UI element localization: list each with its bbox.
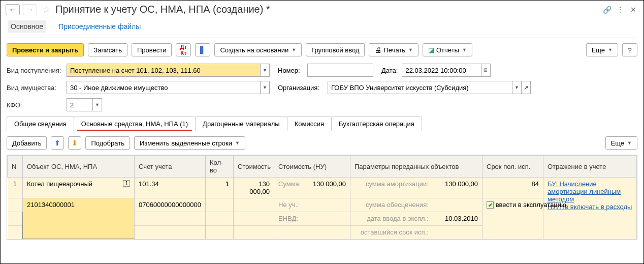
col-life[interactable]: Срок пол. исп.: [482, 156, 543, 178]
number-input[interactable]: [307, 64, 373, 77]
receipt-type-select[interactable]: Поступление на счет 101, 102, 103, 111.6…: [67, 64, 270, 77]
close-icon[interactable]: ✕: [628, 5, 638, 15]
chevron-down-icon[interactable]: ▼: [512, 81, 521, 94]
cell-param-amort[interactable]: сумма амортизации: 130 000,00: [350, 178, 482, 198]
cell-nu-sum[interactable]: Сумма: 130 000,00: [274, 178, 350, 198]
org-select[interactable]: ГОБУ ВПО Университет искусств (Субсидия)…: [328, 81, 531, 94]
more-vertical-icon[interactable]: ⋮: [615, 5, 625, 15]
cell-account[interactable]: 101.34: [135, 178, 206, 198]
cell-cost[interactable]: 130 000,00: [234, 178, 274, 198]
print-button[interactable]: 🖨Печать▼: [369, 43, 418, 56]
property-type-select[interactable]: 30 - Иное движимое имущество ▼: [67, 81, 270, 94]
col-qty[interactable]: Кол-во: [206, 156, 234, 178]
receipt-type-value: Поступление на счет 101, 102, 103, 111.6…: [67, 64, 260, 76]
nav-back-button[interactable]: ←: [6, 4, 20, 15]
cell-life[interactable]: 84: [482, 178, 543, 198]
property-type-label: Вид имущества:: [7, 84, 62, 92]
print-label: Печать: [383, 46, 405, 54]
col-cost[interactable]: Стоимость: [234, 156, 274, 178]
tab-assets[interactable]: Основные средства, НМА, НПА (1): [74, 116, 196, 131]
number-label: Номер:: [278, 67, 303, 74]
save-button[interactable]: Записать: [88, 43, 127, 56]
param-remain-label: оставшийся срок исп.:: [355, 228, 429, 236]
nu-excl-label: Не уч.:: [278, 201, 299, 209]
favorite-star-icon[interactable]: ☆: [42, 4, 50, 15]
property-type-value: 30 - Иное движимое имущество: [67, 81, 260, 94]
cell-account2[interactable]: 07060000000000000: [135, 198, 206, 212]
edit-selected-rows-button[interactable]: Изменить выделенные строки▼: [134, 136, 245, 150]
col-cost-nu[interactable]: Стоимость (НУ): [274, 156, 350, 178]
report-icon: ◪: [428, 46, 434, 54]
chevron-down-icon[interactable]: ▼: [260, 64, 269, 76]
object-name: Котел пищеварочный: [27, 180, 92, 188]
nu-sum-label: Сумма:: [278, 180, 301, 188]
chevron-down-icon[interactable]: ▼: [260, 81, 269, 94]
col-object[interactable]: Объект ОС, НМА, НПА: [23, 156, 135, 178]
commission-check-label: ввести в эксплуатацию: [496, 201, 566, 209]
table-more-button[interactable]: Еще▼: [605, 136, 637, 150]
date-label: Дата:: [381, 67, 398, 74]
org-label: Организация:: [278, 84, 324, 92]
link-icon[interactable]: 🔗: [602, 5, 612, 15]
edit-rows-label: Изменить выделенные строки: [140, 139, 232, 147]
nu-envd-label: ЕНВД:: [278, 215, 298, 222]
tab-precious[interactable]: Драгоценные материалы: [195, 116, 287, 131]
col-reflection[interactable]: Отражение в учете: [543, 156, 637, 178]
create-based-button[interactable]: Создать на основании▼: [214, 43, 302, 56]
open-icon[interactable]: ↗: [521, 81, 530, 94]
create-based-label: Создать на основании: [220, 46, 288, 54]
move-up-button[interactable]: ⬆: [51, 136, 64, 150]
cell-commission-check[interactable]: ✔ ввести в эксплуатацию: [482, 198, 543, 239]
kfo-value: 2: [67, 99, 92, 111]
printer-icon: 🖨: [374, 46, 381, 54]
section-attachments[interactable]: Присоединенные файлы: [55, 20, 144, 33]
submit-button[interactable]: Провести: [132, 43, 172, 56]
table-more-label: Еще: [611, 139, 624, 147]
reflection-bu-link[interactable]: БУ: Начисление амортизации линейным мето…: [548, 180, 632, 203]
kfo-select[interactable]: 2 ▼: [67, 98, 102, 111]
tab-commission[interactable]: Комиссия: [287, 116, 332, 131]
param-amort-value: 130 000,00: [445, 180, 478, 188]
nav-forward-button[interactable]: →: [23, 4, 37, 15]
param-date-label: дата ввода в экспл.:: [355, 215, 429, 222]
commission-checkbox[interactable]: ✔: [487, 201, 494, 209]
calendar-icon[interactable]: 🗓: [481, 64, 490, 76]
param-impair-label: сумма обесценения:: [355, 201, 429, 209]
more-button[interactable]: Еще▼: [586, 43, 618, 56]
col-account[interactable]: Счет учета: [135, 156, 206, 178]
group-input-button[interactable]: Групповой ввод: [306, 43, 365, 56]
chevron-down-icon[interactable]: ▼: [92, 99, 102, 111]
object-count-badge: 1: [123, 180, 130, 187]
kfo-label: КФО:: [7, 101, 62, 109]
param-amort-label: сумма амортизации:: [355, 180, 429, 188]
window-title: Принятие к учету ОС, НМА, НПА (создание)…: [55, 4, 599, 15]
tab-general[interactable]: Общие сведения: [7, 116, 74, 131]
param-date-value: 10.03.2010: [445, 215, 478, 222]
help-button[interactable]: ?: [622, 43, 637, 56]
date-input[interactable]: 22.03.2022 10:00:00 🗓: [402, 64, 491, 77]
section-main[interactable]: Основное: [8, 20, 46, 33]
receipt-type-label: Вид поступления:: [7, 67, 62, 74]
col-n[interactable]: N: [8, 156, 23, 178]
tab-accounting[interactable]: Бухгалтерская операция: [331, 116, 422, 131]
cell-n[interactable]: 1: [8, 178, 23, 198]
col-params[interactable]: Параметры переданных объектов: [350, 156, 482, 178]
reports-button[interactable]: ◪Отчеты▼: [423, 43, 472, 56]
more-label: Еще: [592, 46, 605, 54]
reports-label: Отчеты: [436, 46, 459, 54]
move-down-button[interactable]: ⬇: [68, 136, 81, 150]
cell-object[interactable]: Котел пищеварочный 1: [23, 178, 135, 198]
cell-inventory-number[interactable]: 2101340000001: [23, 198, 135, 239]
pick-button[interactable]: Подобрать: [85, 136, 130, 150]
document-icon-button[interactable]: ▋: [195, 43, 210, 56]
debit-credit-button[interactable]: ДтКт: [176, 43, 191, 56]
nu-sum-value: 130 000,00: [313, 180, 346, 188]
date-value: 22.03.2022 10:00:00: [402, 64, 481, 76]
cell-qty[interactable]: 1: [206, 178, 234, 198]
submit-and-close-button[interactable]: Провести и закрыть: [7, 43, 84, 56]
add-row-button[interactable]: Добавить: [7, 136, 47, 150]
org-value: ГОБУ ВПО Университет искусств (Субсидия): [328, 81, 512, 94]
